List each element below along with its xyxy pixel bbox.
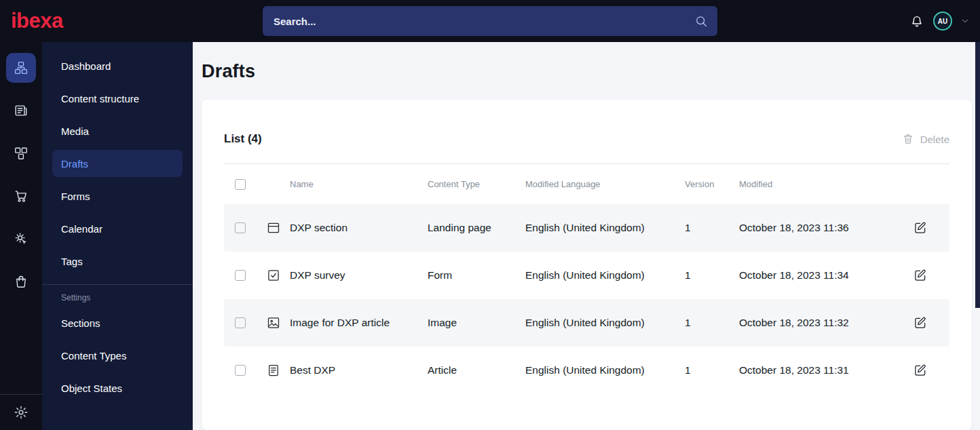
main-content: Drafts List (4) Delete NameContent TypeM… [193, 42, 980, 430]
column-header-modified-language[interactable]: Modified Language [525, 179, 685, 189]
row-modified-language: English (United Kingdom) [525, 222, 685, 234]
row-content-type: Article [428, 364, 525, 376]
row-modified: October 18, 2023 11:36 [739, 222, 911, 234]
row-version: 1 [685, 269, 739, 281]
column-header-name[interactable]: Name [290, 179, 428, 189]
row-version: 1 [685, 222, 739, 234]
sidebar-nav: DashboardContent structureMediaDraftsFor… [52, 52, 183, 275]
row-checkbox[interactable] [235, 365, 246, 376]
column-header-content-type[interactable]: Content Type [428, 179, 525, 189]
row-name[interactable]: DXP section [290, 222, 428, 234]
search-input[interactable] [263, 16, 694, 27]
search-bar[interactable] [263, 6, 717, 36]
table-row[interactable]: Image for DXP articleImageEnglish (Unite… [224, 299, 949, 347]
select-all-checkbox[interactable] [235, 179, 246, 190]
cart-icon [14, 189, 29, 203]
sidebar-item-sections[interactable]: Sections [52, 309, 183, 336]
row-checkbox[interactable] [235, 317, 246, 328]
sidebar-item-forms[interactable]: Forms [52, 182, 183, 210]
drafts-table: NameContent TypeModified LanguageVersion… [224, 163, 949, 394]
row-version: 1 [685, 317, 739, 329]
card-header: List (4) Delete [224, 100, 949, 163]
trash-icon [902, 133, 914, 145]
delete-button[interactable]: Delete [902, 133, 949, 145]
edit-button[interactable] [911, 266, 930, 285]
row-modified-language: English (United Kingdom) [525, 269, 685, 281]
sidebar-item-content-structure[interactable]: Content structure [52, 85, 183, 112]
row-version: 1 [685, 364, 739, 376]
topbar-actions: AU [909, 12, 969, 31]
row-modified: October 18, 2023 11:34 [739, 269, 911, 281]
rail-item-settings[interactable] [0, 394, 42, 430]
documents-icon [14, 103, 29, 118]
sidebar-item-tags[interactable]: Tags [52, 248, 183, 275]
row-modified-language: English (United Kingdom) [525, 317, 685, 329]
row-name[interactable]: DXP survey [290, 269, 428, 281]
article-icon [257, 364, 290, 377]
row-name[interactable]: Image for DXP article [290, 317, 428, 329]
table-row[interactable]: Best DXPArticleEnglish (United Kingdom)1… [224, 347, 949, 394]
rail-item-sitemap[interactable] [6, 53, 36, 83]
sidebar-item-calendar[interactable]: Calendar [52, 215, 183, 242]
gear-icon [14, 405, 29, 420]
sidebar-item-media[interactable]: Media [52, 117, 183, 144]
page-title: Drafts [202, 61, 972, 82]
sitemap-icon [14, 60, 29, 75]
landing-page-icon [257, 221, 290, 235]
blocks-icon [14, 146, 29, 161]
search-icon[interactable] [694, 14, 708, 28]
form-icon [257, 269, 290, 282]
row-content-type: Image [428, 317, 525, 329]
settings-section-label: Settings [52, 293, 183, 302]
app-body: DashboardContent structureMediaDraftsFor… [0, 42, 980, 430]
sidebar-item-object-states[interactable]: Object States [52, 374, 183, 402]
sidebar-item-drafts[interactable]: Drafts [52, 150, 183, 177]
rail-item-documents[interactable] [6, 96, 36, 125]
row-content-type: Form [428, 269, 525, 281]
table-body: DXP sectionLanding pageEnglish (United K… [224, 204, 949, 394]
icon-rail [0, 42, 42, 430]
scrollbar-thumb[interactable] [975, 42, 980, 308]
row-content-type: Landing page [428, 222, 525, 234]
row-checkbox[interactable] [235, 270, 246, 281]
rail-item-blocks[interactable] [6, 138, 36, 168]
edit-button[interactable] [911, 218, 930, 237]
app-root: ibexa AU DashboardContent structureMedia… [0, 0, 980, 430]
ibexa-logo[interactable]: ibexa [11, 9, 63, 33]
delete-button-label: Delete [920, 134, 949, 145]
bag-icon [14, 274, 29, 289]
edit-button[interactable] [911, 361, 930, 380]
row-modified-language: English (United Kingdom) [525, 364, 685, 376]
notifications-bell-icon[interactable] [909, 14, 924, 28]
drafts-card: List (4) Delete NameContent TypeModified… [202, 100, 972, 430]
list-count-heading: List (4) [224, 132, 262, 146]
row-name[interactable]: Best DXP [290, 364, 428, 376]
image-icon [257, 316, 290, 330]
sidebar-item-dashboard[interactable]: Dashboard [52, 52, 183, 79]
table-row[interactable]: DXP surveyFormEnglish (United Kingdom)1O… [224, 252, 949, 299]
rail-item-cart[interactable] [6, 181, 36, 211]
row-modified: October 18, 2023 11:32 [739, 317, 911, 329]
chevron-down-icon[interactable] [961, 17, 969, 25]
table-row[interactable]: DXP sectionLanding pageEnglish (United K… [224, 204, 949, 252]
edit-button[interactable] [911, 313, 930, 332]
sidebar-divider [42, 284, 193, 285]
rail-items [6, 42, 36, 309]
avatar[interactable]: AU [933, 12, 952, 31]
column-header-version[interactable]: Version [685, 179, 739, 189]
sidebar: DashboardContent structureMediaDraftsFor… [42, 42, 193, 430]
rail-item-personalization[interactable] [6, 224, 36, 254]
column-header-modified[interactable]: Modified [739, 179, 911, 189]
personalization-icon [14, 231, 29, 246]
row-modified: October 18, 2023 11:31 [739, 364, 911, 376]
sidebar-settings-nav: SectionsContent TypesObject States [52, 309, 183, 402]
rail-item-bag[interactable] [6, 267, 36, 296]
table-header-row: NameContent TypeModified LanguageVersion… [224, 163, 949, 204]
row-checkbox[interactable] [235, 222, 246, 233]
sidebar-item-content-types[interactable]: Content Types [52, 342, 183, 369]
topbar: ibexa AU [0, 0, 980, 42]
